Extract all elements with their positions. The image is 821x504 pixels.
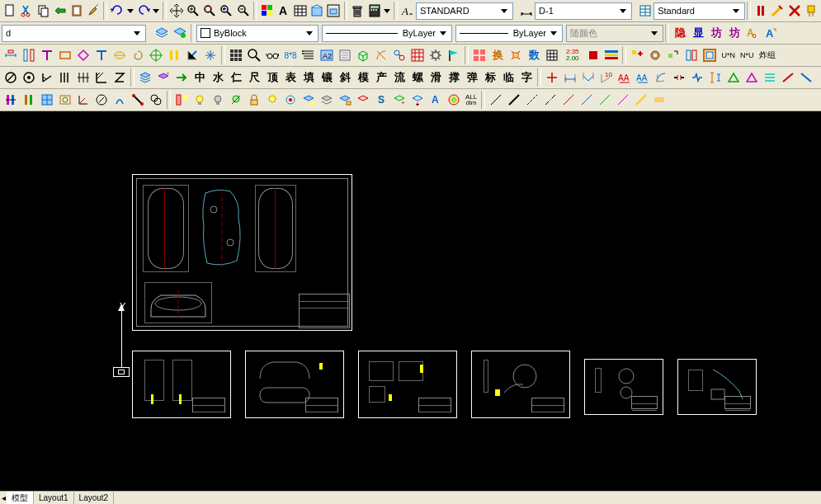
cjk-button-4[interactable]: 顶 [263, 68, 281, 87]
red-board-button[interactable] [753, 2, 769, 20]
bulb-off-button[interactable] [209, 91, 227, 109]
new-button[interactable] [2, 2, 18, 20]
aa-blue-button[interactable]: AA [634, 68, 652, 87]
un-button[interactable]: U*N [722, 51, 736, 59]
table-style-icon[interactable] [637, 2, 653, 20]
line5-button[interactable] [559, 91, 578, 109]
break-button[interactable] [670, 68, 688, 87]
check-button[interactable] [664, 46, 682, 64]
blue-line-button[interactable] [797, 68, 815, 87]
tool-slash-button[interactable] [183, 46, 201, 64]
tool-star-button[interactable] [201, 46, 219, 64]
cjk-button-10[interactable]: 产 [372, 68, 390, 87]
zoom-prev-button[interactable] [218, 2, 234, 20]
tool-t2-button[interactable] [92, 46, 111, 64]
layer-prev-button[interactable] [171, 24, 189, 42]
green-tri-button[interactable] [724, 68, 743, 87]
flag-button[interactable] [445, 46, 463, 64]
sheet-thumb-3[interactable] [358, 351, 457, 418]
cjk-button-9[interactable]: 模 [354, 68, 372, 87]
cjk-button-6[interactable]: 填 [300, 68, 318, 87]
layout1-tab[interactable]: Layout1 [34, 492, 74, 504]
line1-button[interactable] [487, 91, 505, 109]
stack-arrow-button[interactable] [408, 91, 427, 109]
lock-button[interactable] [245, 91, 263, 109]
cjk-button-14[interactable]: 撑 [445, 68, 463, 87]
text-s-button[interactable]: S [372, 91, 390, 109]
bulb2-button[interactable] [263, 91, 281, 109]
line6-button[interactable] [578, 91, 596, 109]
cjk-button-16[interactable]: 标 [481, 68, 499, 87]
r5-4-button[interactable] [56, 91, 74, 109]
glasses-button[interactable] [263, 46, 281, 64]
match-button[interactable] [52, 2, 68, 20]
layers-button[interactable] [153, 24, 171, 42]
sheet-thumb-1[interactable] [132, 351, 231, 418]
tool-t-button[interactable] [38, 46, 56, 64]
layer-dropdown[interactable]: d [2, 25, 146, 42]
layers-red-button[interactable] [354, 91, 372, 109]
tool-rect-button[interactable] [56, 46, 74, 64]
zoom-window-button[interactable] [201, 2, 218, 20]
color-tool-button[interactable] [258, 2, 275, 20]
break2-button[interactable] [688, 68, 706, 87]
stripes-button[interactable] [602, 46, 620, 64]
z-button[interactable] [111, 68, 129, 87]
pink-tri-button[interactable] [743, 68, 761, 87]
a2-button[interactable]: A2 [318, 46, 336, 64]
red-bar-button[interactable] [584, 46, 602, 64]
fang2-button[interactable]: 坊 [725, 24, 743, 42]
sheet-thumb-4[interactable] [471, 351, 570, 418]
r5-7-button[interactable] [111, 91, 129, 109]
zoom-out-button[interactable] [234, 2, 251, 20]
main-drawing-sheet[interactable] [132, 174, 352, 331]
circle-slash-button[interactable] [2, 68, 20, 87]
layers-dim-button[interactable] [318, 91, 336, 109]
r5-6-button[interactable] [92, 91, 111, 109]
sheet-thumb-2[interactable] [245, 351, 344, 418]
line10-button[interactable] [650, 91, 668, 109]
model-tab[interactable]: 模型 [7, 492, 34, 504]
cjk-button-11[interactable]: 流 [390, 68, 408, 87]
yellow-tool-button[interactable] [803, 2, 819, 20]
huan-button[interactable]: 换 [488, 46, 507, 64]
tool-spiral-button[interactable] [129, 46, 147, 64]
pan-button[interactable] [168, 2, 185, 20]
frame-button[interactable] [701, 46, 719, 64]
stack-button[interactable] [136, 68, 154, 87]
zoom-glass-button[interactable] [245, 46, 263, 64]
show-button[interactable]: 显 [689, 24, 707, 42]
red-grid-button[interactable] [470, 46, 488, 64]
pencil-cross-button[interactable] [769, 2, 786, 20]
shu-button[interactable]: 数 [525, 46, 543, 64]
dim-linear-button[interactable] [2, 46, 20, 64]
red-x-button[interactable] [786, 2, 802, 20]
drawing-canvas[interactable]: Y [0, 111, 821, 491]
sheet-thumb-5[interactable] [584, 359, 663, 415]
cjk-button-1[interactable]: 水 [209, 68, 227, 87]
lineweight-dropdown[interactable]: ByLayer [455, 25, 563, 42]
cjk-button-13[interactable]: 滑 [427, 68, 445, 87]
cjk-button-12[interactable]: 螺 [408, 68, 427, 87]
lines-diag-button[interactable] [92, 68, 111, 87]
text-a-blue-button[interactable]: A [762, 24, 780, 42]
aa-red-button[interactable]: AA [616, 68, 634, 87]
line7-button[interactable] [596, 91, 614, 109]
bars-h-button[interactable] [56, 68, 74, 87]
plotstyle-dropdown[interactable]: 随颜色 [566, 25, 663, 42]
layout2-tab[interactable]: Layout2 [74, 492, 115, 504]
tool-bars-button[interactable] [165, 46, 183, 64]
dim-style-dropdown[interactable]: D-1 [535, 2, 632, 20]
explode-button[interactable] [507, 46, 525, 64]
dim-style-icon[interactable] [518, 2, 535, 20]
list-button[interactable] [300, 46, 318, 64]
dim-align-button[interactable] [20, 46, 38, 64]
all-dim-button[interactable]: ALL dim [463, 94, 479, 106]
tool-diamond-button[interactable] [74, 46, 92, 64]
line3-button[interactable] [523, 91, 541, 109]
r5-8-button[interactable] [129, 91, 147, 109]
r5-3-button[interactable] [38, 91, 56, 109]
text-a-yellow-button[interactable]: A0 [743, 24, 762, 42]
text-a-button[interactable]: A [427, 91, 445, 109]
bars-slash-button[interactable] [74, 68, 92, 87]
